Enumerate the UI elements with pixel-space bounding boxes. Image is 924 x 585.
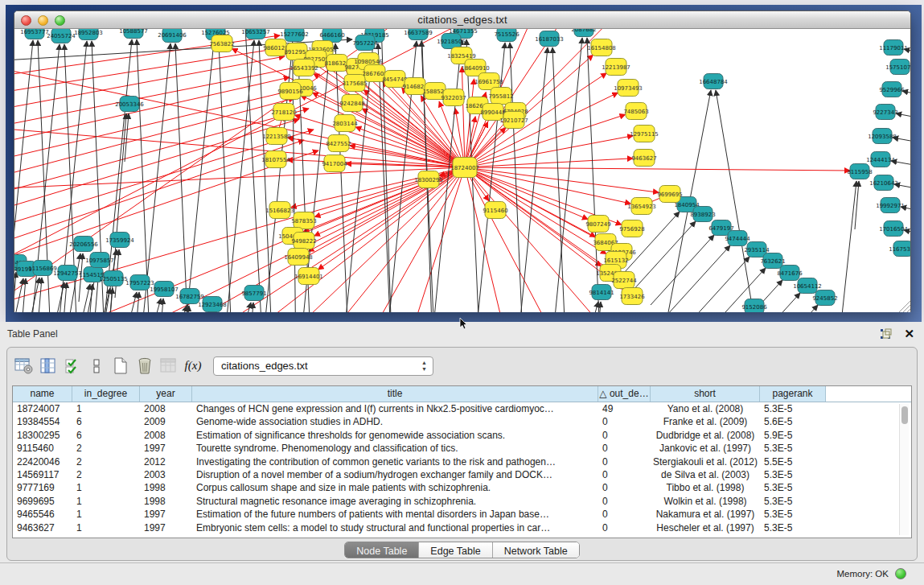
tab-edge-table[interactable]: Edge Table	[419, 542, 492, 558]
table-cell[interactable]: Jankovic et al. (1997)	[651, 442, 760, 455]
table-cell[interactable]: Franke et al. (2009)	[651, 415, 760, 428]
table-cell[interactable]: 5.3E-5	[760, 481, 826, 494]
table-cell[interactable]: 5.3E-5	[760, 468, 826, 481]
function-builder-button[interactable]: f(x)	[183, 356, 203, 377]
table-cell[interactable]: 2008	[140, 429, 192, 442]
table-cell[interactable]: Estimation of significance thresholds fo…	[192, 429, 598, 442]
table-cell[interactable]: 1	[72, 481, 140, 494]
table-row[interactable]: 911546021997Tourette syndrome. Phenomeno…	[13, 442, 911, 455]
table-cell[interactable]: 1997	[140, 508, 192, 521]
close-panel-icon[interactable]: ✕	[904, 327, 914, 341]
select-columns-button[interactable]	[38, 356, 59, 377]
delete-table-button[interactable]	[134, 356, 155, 377]
table-cell[interactable]: 9115460	[13, 442, 72, 455]
table-cell[interactable]: 6	[72, 429, 140, 442]
table-cell[interactable]: Investigating the contribution of common…	[192, 455, 598, 468]
table-cell[interactable]: 1	[72, 495, 140, 508]
column-header-out_de[interactable]: △ out_de…	[598, 386, 651, 402]
column-header-name[interactable]: name	[13, 386, 72, 402]
table-cell[interactable]: Embryonic stem cells: a model to study s…	[192, 521, 598, 534]
table-cell[interactable]: 1998	[140, 481, 192, 494]
table-cell[interactable]: 18300295	[13, 429, 72, 442]
table-cell[interactable]: 0	[598, 442, 651, 455]
table-cell[interactable]: Genome-wide association studies in ADHD.	[192, 415, 598, 428]
table-cell[interactable]: Hescheler et al. (1997)	[651, 521, 760, 534]
table-cell[interactable]: Stergiakouli et al. (2012)	[651, 455, 760, 468]
canvas-resize-grip[interactable]	[899, 301, 910, 312]
table-cell[interactable]: Corpus callosum shape and size in male p…	[192, 481, 598, 494]
table-type-segmented-control[interactable]: Node TableEdge TableNetwork Table	[344, 542, 579, 558]
table-cell[interactable]: 2003	[140, 468, 192, 481]
table-row[interactable]: 946362711997Embryonic stem cells: a mode…	[13, 521, 911, 534]
table-scrollbar[interactable]	[899, 404, 909, 535]
table-cell[interactable]: 9465546	[13, 508, 72, 521]
column-header-pagerank[interactable]: pagerank	[760, 386, 826, 402]
table-cell[interactable]: 1	[72, 508, 140, 521]
table-cell[interactable]: de Silva et al. (2003)	[651, 468, 760, 481]
table-cell[interactable]: 0	[598, 429, 651, 442]
table-cell[interactable]: 2	[72, 442, 140, 455]
table-cell[interactable]: 1	[72, 521, 140, 534]
table-cell[interactable]: 5.5E-5	[760, 455, 826, 468]
table-scrollbar-thumb[interactable]	[901, 406, 908, 424]
table-cell[interactable]: 18724007	[13, 402, 72, 415]
table-cell[interactable]: 14569117	[13, 468, 72, 481]
table-row[interactable]: 969969511998Structural magnetic resonanc…	[13, 495, 911, 508]
network-canvas[interactable]: 1695377724055724189528031058857720691406…	[14, 29, 910, 312]
table-cell[interactable]: Yano et al. (2008)	[651, 402, 760, 415]
table-cell[interactable]: 6	[72, 415, 140, 428]
table-settings-button[interactable]	[14, 356, 35, 377]
table-cell[interactable]: Tibbo et al. (1998)	[651, 481, 760, 494]
table-select-dropdown[interactable]: citations_edges.txt ▲▼	[213, 356, 433, 376]
table-cell[interactable]: 9463627	[13, 521, 72, 534]
table-cell[interactable]: Structural magnetic resonance image aver…	[192, 495, 598, 508]
table-cell[interactable]: Disruption of a novel member of a sodium…	[192, 468, 598, 481]
table-cell[interactable]: 1997	[140, 442, 192, 455]
table-cell[interactable]: 1998	[140, 495, 192, 508]
new-table-button[interactable]	[110, 356, 131, 377]
table-cell[interactable]: 5.6E-5	[760, 415, 826, 428]
table-cell[interactable]: Dudbridge et al. (2008)	[651, 429, 760, 442]
table-cell[interactable]: 5.3E-5	[760, 442, 826, 455]
table-cell[interactable]: Estimation of the future numbers of pati…	[192, 508, 598, 521]
table-row[interactable]: 1456911722003Disruption of a novel membe…	[13, 468, 911, 481]
table-cell[interactable]: 2	[72, 455, 140, 468]
column-header-year[interactable]: year	[140, 386, 192, 402]
table-cell[interactable]: 5.9E-5	[760, 429, 826, 442]
merge-columns-button[interactable]	[86, 356, 107, 377]
table-cell[interactable]: 0	[598, 521, 651, 534]
table-cell[interactable]: 19384554	[13, 415, 72, 428]
node-table[interactable]: namein_degreeyeartitle△ out_de…shortpage…	[12, 385, 912, 538]
select-all-check-button[interactable]	[62, 356, 83, 377]
tab-node-table[interactable]: Node Table	[345, 542, 419, 558]
tab-network-table[interactable]: Network Table	[493, 542, 579, 558]
table-cell[interactable]: Changes of HCN gene expression and I(f) …	[192, 402, 598, 415]
table-cell[interactable]: 5.3E-5	[760, 521, 826, 534]
column-header-short[interactable]: short	[651, 386, 760, 402]
table-cell[interactable]: 22420046	[13, 455, 72, 468]
table-cell[interactable]: 0	[598, 455, 651, 468]
table-row[interactable]: 1938455462009Genome-wide association stu…	[13, 415, 911, 428]
table-cell[interactable]: 49	[598, 402, 651, 415]
import-table-button[interactable]	[158, 356, 179, 377]
table-cell[interactable]: 2008	[140, 402, 192, 415]
table-header-row[interactable]: namein_degreeyeartitle△ out_de…shortpage…	[13, 386, 911, 402]
table-cell[interactable]: Tourette syndrome. Phenomenology and cla…	[192, 442, 598, 455]
table-cell[interactable]: 0	[598, 415, 651, 428]
column-header-in_degree[interactable]: in_degree	[72, 386, 140, 402]
table-cell[interactable]: 9699695	[13, 495, 72, 508]
table-row[interactable]: 1872400712008Changes of HCN gene express…	[13, 402, 911, 415]
table-cell[interactable]: Nakamura et al. (1997)	[651, 508, 760, 521]
network-view-window[interactable]: citations_edges.txt 16953777240557241895…	[14, 10, 911, 312]
table-cell[interactable]: 2009	[140, 415, 192, 428]
table-cell[interactable]: 1	[72, 402, 140, 415]
column-header-title[interactable]: title	[192, 386, 598, 402]
table-cell[interactable]: 2	[72, 468, 140, 481]
float-panel-icon[interactable]	[880, 328, 892, 340]
table-row[interactable]: 977716911998Corpus callosum shape and si…	[13, 481, 911, 494]
table-cell[interactable]: 5.3E-5	[760, 402, 826, 415]
table-cell[interactable]: 2012	[140, 455, 192, 468]
table-cell[interactable]: 9777169	[13, 481, 72, 494]
table-row[interactable]: 1830029562008Estimation of significance …	[13, 429, 911, 442]
table-cell[interactable]: 1997	[140, 521, 192, 534]
